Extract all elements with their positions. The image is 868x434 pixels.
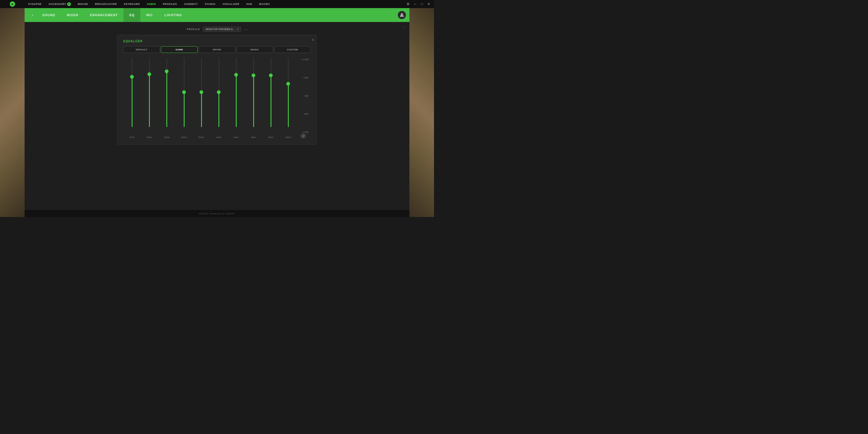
slider-handle[interactable]	[217, 90, 221, 94]
db-label: -6dB	[302, 113, 308, 115]
nav-item-macro[interactable]: MACRO	[256, 0, 273, 8]
forward-arrow-icon[interactable]: ›	[31, 13, 34, 18]
profile-more-button[interactable]: ···	[244, 27, 247, 32]
preset-custom[interactable]: CUSTOM	[274, 46, 311, 53]
profile-selector[interactable]: DESKTOP-R3F0EB6-D... ▼	[203, 27, 241, 32]
db-label: -12dB	[302, 131, 308, 133]
eq-band-4kHz[interactable]: 4kHz	[245, 58, 262, 138]
svg-text:R: R	[11, 3, 13, 6]
slider-handle[interactable]	[286, 82, 290, 86]
slider-label: 31Hz	[129, 136, 134, 138]
slider-fill	[288, 84, 289, 127]
slider-handle[interactable]	[252, 73, 255, 77]
eq-sliders: 31Hz 63Hz 125Hz 250Hz	[123, 58, 299, 138]
device-name: RAZER KRAKEN ULTIMATE	[199, 212, 235, 215]
eq-band-8kHz[interactable]: 8kHz	[262, 58, 279, 138]
secondary-nav-enhancement[interactable]: ENHANCEMENT	[84, 8, 124, 22]
slider-fill	[253, 75, 254, 127]
eq-close-button[interactable]: ●	[312, 37, 314, 42]
eq-band-1kHz[interactable]: 1kHz	[210, 58, 227, 138]
eq-band-125Hz[interactable]: 125Hz	[158, 58, 175, 138]
preset-game[interactable]: GAME	[161, 46, 197, 53]
nav-item-hue[interactable]: HUE	[243, 0, 256, 8]
heart-area: ♡	[400, 22, 409, 33]
top-nav: R SYNAPSE ACCESSORY 3 MOUSE BROADCASTER …	[0, 0, 434, 8]
slider-track	[166, 58, 167, 127]
secondary-nav-mic[interactable]: MIC	[140, 8, 159, 22]
nav-item-profiles[interactable]: PROFILES	[159, 0, 181, 8]
slider-track-area	[175, 58, 193, 134]
nav-item-synapse[interactable]: SYNAPSE	[25, 0, 45, 8]
preset-music[interactable]: MUSIC	[237, 46, 273, 53]
slider-handle[interactable]	[148, 72, 151, 76]
slider-track-area	[123, 58, 141, 134]
secondary-nav-sound[interactable]: SOUND	[36, 8, 61, 22]
nav-item-broadcaster[interactable]: BROADCASTER	[91, 0, 120, 8]
slider-track	[253, 58, 254, 127]
slider-track-area	[141, 58, 158, 134]
slider-label: 125Hz	[163, 136, 170, 138]
app-logo: R	[0, 1, 25, 7]
top-nav-items: SYNAPSE ACCESSORY 3 MOUSE BROADCASTER KE…	[25, 0, 406, 8]
back-arrow-icon[interactable]: ‹	[27, 13, 31, 18]
slider-fill	[132, 77, 132, 127]
slider-track-area	[279, 58, 297, 134]
slider-fill	[149, 74, 150, 127]
nav-item-connect[interactable]: CONNECT	[181, 0, 202, 8]
razer-logo-icon: R	[9, 1, 16, 7]
slider-handle[interactable]	[130, 75, 134, 79]
slider-fill	[218, 92, 219, 127]
nav-item-visualizer[interactable]: VISUALIZER	[219, 0, 243, 8]
nav-item-studio[interactable]: STUDIO	[202, 0, 219, 8]
slider-handle[interactable]	[235, 73, 238, 77]
minimize-button[interactable]: ─	[412, 2, 417, 6]
maximize-button[interactable]: □	[420, 2, 424, 6]
slider-track	[149, 58, 150, 127]
slider-label: 250Hz	[181, 136, 187, 138]
heart-icon[interactable]: ♡	[402, 25, 406, 30]
slider-track-area	[245, 58, 262, 134]
secondary-nav-mixer[interactable]: MIXER	[61, 8, 84, 22]
eq-band-63Hz[interactable]: 63Hz	[141, 58, 158, 138]
preset-default[interactable]: DEFAULT	[123, 46, 160, 53]
slider-label: 63Hz	[147, 136, 152, 138]
slider-label: 1kHz	[216, 136, 221, 138]
nav-item-keyboard[interactable]: KEYBOARD	[120, 0, 144, 8]
reset-icon: ↺	[302, 134, 304, 138]
slider-track	[271, 58, 271, 127]
slider-handle[interactable]	[165, 69, 169, 73]
settings-button[interactable]: ⚙	[406, 2, 410, 6]
slider-label: 4kHz	[251, 136, 256, 138]
profile-avatar[interactable]	[398, 11, 406, 19]
db-labels: +12dB+6dB0dB-6dB-12dB	[301, 58, 311, 133]
secondary-nav-lighting[interactable]: LIGHTING	[159, 8, 188, 22]
nav-item-mouse[interactable]: MOUSE	[74, 0, 92, 8]
preset-buttons: DEFAULT GAME MOVIE MUSIC CUSTOM	[123, 46, 311, 53]
close-button[interactable]: ✕	[427, 2, 431, 6]
preset-movie[interactable]: MOVIE	[199, 46, 235, 53]
eq-band-31Hz[interactable]: 31Hz	[123, 58, 141, 138]
nav-item-accessory[interactable]: ACCESSORY 3	[45, 0, 74, 8]
profile-label: PROFILE	[187, 28, 200, 31]
eq-band-2kHz[interactable]: 2kHz	[227, 58, 245, 138]
slider-handle[interactable]	[199, 90, 204, 94]
nav-item-audio[interactable]: AUDIO	[143, 0, 159, 8]
slider-track-area	[262, 58, 279, 134]
slider-handle[interactable]	[269, 73, 273, 77]
slider-track-area	[227, 58, 245, 134]
eq-band-250Hz[interactable]: 250Hz	[175, 58, 193, 138]
secondary-nav-eq[interactable]: EQ	[124, 8, 140, 22]
eq-reset-button[interactable]: ↺	[301, 133, 306, 138]
eq-band-16kHz[interactable]: 16kHz	[279, 58, 297, 138]
status-bar: RAZER KRAKEN ULTIMATE	[25, 210, 409, 217]
slider-fill	[166, 71, 167, 127]
db-label: +6dB	[302, 76, 308, 79]
eq-band-500Hz[interactable]: 500Hz	[193, 58, 210, 138]
db-label: 0dB	[302, 95, 308, 97]
slider-handle[interactable]	[182, 90, 186, 94]
db-label: +12dB	[302, 58, 308, 61]
bg-left	[0, 0, 25, 217]
eq-sliders-container: 31Hz 63Hz 125Hz 250Hz	[123, 58, 311, 138]
slider-track	[201, 58, 202, 127]
slider-track	[184, 58, 185, 127]
